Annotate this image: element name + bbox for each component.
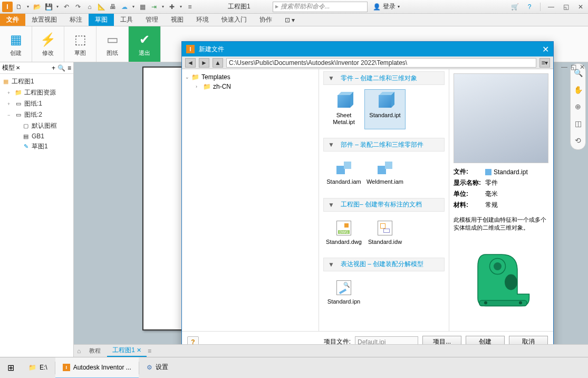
pan-icon[interactable]: ✋ [572,84,584,96]
open-icon[interactable]: 📂 [32,2,42,12]
close-icon[interactable]: ✕ [575,2,586,12]
tab-environment[interactable]: 环境 [190,14,215,26]
chevron-down-icon: ▼ [328,74,334,82]
restore-icon[interactable]: ◱ [571,63,576,71]
folder-templates[interactable]: ⌄ 📁 Templates [185,72,315,82]
collapse-icon[interactable]: − [7,112,13,118]
section-header[interactable]: ▼ 部件 – 装配二维和三维零部件 [323,138,445,152]
tab-file[interactable]: 文件 [0,14,25,26]
tree-item[interactable]: ▢ 默认图框 [0,120,73,131]
menu-icon[interactable]: ≡ [148,347,151,355]
add-icon[interactable]: + [52,64,55,72]
tree-item[interactable]: ▤ GB1 [0,131,73,141]
template-standard-iam[interactable]: Standard.iam [323,156,364,189]
section-header[interactable]: ▼ 零件 – 创建二维和三维对象 [323,71,445,85]
new-icon[interactable]: 🗋 [14,2,24,12]
section-header[interactable]: ▼ 表达视图 – 创建装配分解模型 [323,258,445,271]
cart-icon[interactable]: 🛒 [509,2,520,12]
start-button[interactable]: ⊞ [0,357,21,379]
taskbar-inventor[interactable]: I Autodesk Inventor ... [55,357,139,379]
template-weldment-iam[interactable]: Weldment.iam [364,156,406,189]
search-icon[interactable]: 🔍 [57,64,65,72]
template-standard-ipt[interactable]: Standard.ipt [364,89,406,129]
part-preview-3d [462,239,541,318]
home-icon[interactable]: ⌂ [77,347,81,355]
layers-icon[interactable]: ▦ [137,2,148,12]
tab-extra[interactable]: ⊡ ▾ [278,14,301,26]
ribbon-group-exit[interactable]: ✔ 退出 [129,26,161,62]
app-icon[interactable]: I [2,2,13,12]
tree-item[interactable]: + ▭ 图纸:1 [0,98,73,109]
path-input[interactable]: C:\Users\Public\Documents\Autodesk\Inven… [226,58,536,68]
measure-icon[interactable]: 📐 [96,2,107,12]
quick-access-toolbar: I 🗋 ▾ 📂 💾 ▾ ↶ ↷ ⌂ 📐 🖶 ☁ ▾ ▦ ⇥ ▾ ✚ ▾ ≡ 工程… [0,0,588,14]
zoom-extents-icon[interactable]: ⊕ [572,101,584,112]
zoom-window-icon[interactable]: ◫ [572,118,584,129]
ribbon-group-create[interactable]: ▦ 创建 [0,26,32,62]
home-icon[interactable]: ⌂ [84,2,95,12]
model-tab[interactable]: 模型 ✕ [2,63,20,72]
meta-unit-label: 单位: [454,190,485,199]
folder-zhcn[interactable]: › 📁 zh-CN [185,82,315,91]
expand-icon[interactable]: + [7,101,13,107]
minimize-icon[interactable]: — [561,63,567,71]
tree-item[interactable]: − ▭ 图纸:2 [0,109,73,120]
plus-icon[interactable]: ✚ [167,2,177,12]
up-icon[interactable]: ▲ [213,58,223,68]
print-icon[interactable]: 🖶 [108,2,118,12]
tree-item[interactable]: + 📁 工程图资源 [0,87,73,98]
redo-icon[interactable]: ↷ [73,2,83,12]
close-icon[interactable]: ✕ [580,63,585,71]
taskbar-settings[interactable]: ⚙ 设置 [139,357,176,379]
tab-view[interactable]: 视图 [165,14,190,26]
section-header[interactable]: ▼ 工程图– 创建带有标注的文档 [323,198,445,212]
template-sheetmetal[interactable]: Sheet Metal.ipt [323,89,364,129]
tab-annotate[interactable]: 标注 [63,14,89,26]
tab-place-view[interactable]: 放置视图 [25,14,63,26]
dropdown-icon[interactable]: ▾ [55,2,60,12]
tab-getstarted[interactable]: 快速入门 [215,14,253,26]
forward-icon[interactable]: ► [199,58,209,68]
tree-item[interactable]: ✎ 草图1 [0,141,73,152]
menu-icon[interactable]: ≡ [68,64,71,72]
dialog-titlebar: I 新建文件 ✕ [182,42,553,56]
search-input[interactable]: 搜索帮助和命令... [273,2,368,12]
template-standard-ipn[interactable]: Standard.ipn [323,276,364,309]
taskbar-explorer[interactable]: 📁 E:\ [21,357,55,379]
tab-tools[interactable]: 工具 [114,14,139,26]
chevron-down-icon: ▼ [328,201,334,209]
tab-sketch[interactable]: 草图 [89,14,114,26]
ribbon-group-modify[interactable]: ⚡ 修改 [32,26,64,62]
orbit-icon[interactable]: ⟲ [572,135,584,146]
template-standard-idw[interactable]: Standard.idw [364,216,406,249]
cloud-icon[interactable]: ☁ [119,2,130,12]
tab-manage[interactable]: 管理 [139,14,165,26]
list-options-icon[interactable]: ≡▾ [539,58,550,68]
save-icon[interactable]: 💾 [43,2,54,12]
undo-icon[interactable]: ↶ [61,2,72,12]
login-button[interactable]: 👤 登录 ▾ [373,2,400,11]
export-icon[interactable]: ⇥ [149,2,159,12]
section-title: 零件 – 创建二维和三维对象 [341,74,417,83]
dropdown-icon[interactable]: ▾ [160,2,166,12]
maximize-icon[interactable]: ◱ [561,2,571,12]
tab-drawing1[interactable]: 工程图1 ✕ [107,345,147,357]
dialog-title: 新建文件 [199,45,224,54]
close-icon[interactable]: ✕ [542,44,549,54]
expand-icon[interactable]: › [196,84,201,89]
dropdown-icon[interactable]: ▾ [25,2,31,12]
tab-collaborate[interactable]: 协作 [253,14,278,26]
back-icon[interactable]: ◄ [185,58,196,68]
tree-root[interactable]: ▦ 工程图1 [0,76,73,87]
more-icon[interactable]: ≡ [185,2,195,12]
tab-tutorial[interactable]: 教程 [84,346,106,356]
expand-icon[interactable]: + [7,90,13,96]
template-standard-dwg[interactable]: DWG Standard.dwg [323,216,364,249]
dropdown-icon[interactable]: ▾ [131,2,136,12]
minimize-icon[interactable]: — [546,2,556,12]
help-icon[interactable]: ? [524,2,535,12]
collapse-icon[interactable]: ⌄ [185,74,189,80]
ribbon-group-sketch[interactable]: ⬚ 草图 [64,26,97,62]
ribbon-group-sheet[interactable]: ▭ 图纸 [97,26,129,62]
dropdown-icon[interactable]: ▾ [178,2,184,12]
